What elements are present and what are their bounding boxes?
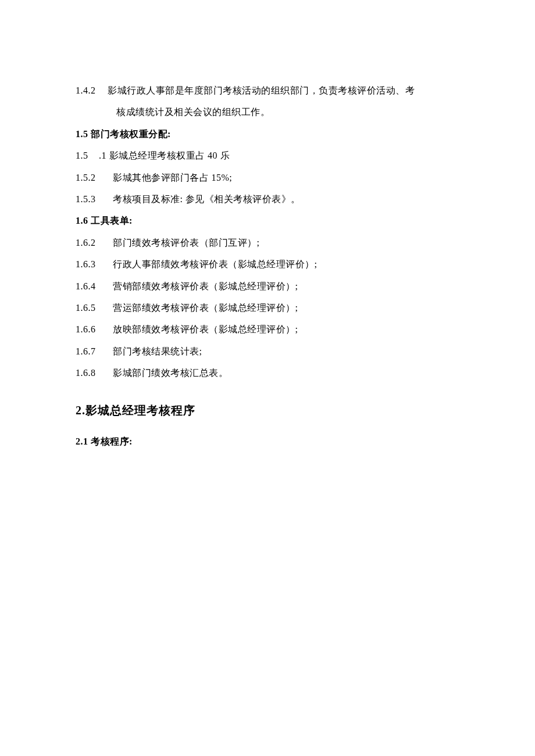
item-1-6-2: 1.6.2 部门绩效考核评价表（部门互评）;: [76, 237, 459, 249]
item-1-6-3: 1.6.3 行政人事部绩效考核评价表（影城总经理评价）;: [76, 258, 459, 271]
heading-text: 2.1 考核程序:: [76, 436, 133, 446]
heading-2: 2.影城总经理考核程序: [76, 403, 459, 418]
item-1-5-1: 1.5.1 影城总经理考核权重占 40 乐: [76, 149, 459, 162]
item-text: 行政人事部绩效考核评价表（影城总经理评价）;: [113, 259, 317, 269]
item-number: 1.6.6: [76, 323, 108, 336]
heading-2-1: 2.1 考核程序:: [76, 436, 459, 448]
item-text: 考核项目及标准: 参见《相关考核评价表》。: [113, 194, 301, 204]
heading-text: 2.影城总经理考核程序: [76, 404, 195, 417]
item-1-4-2-line2: 核成绩统计及相关会议的组织工作。: [76, 106, 459, 119]
item-number: 1.6.2: [76, 237, 108, 249]
item-1-6-8: 1.6.8 影城部门绩效考核汇总表。: [76, 367, 459, 379]
item-number: 1.4.2: [76, 84, 108, 97]
item-1-6-7: 1.6.7 部门考核结果统计表;: [76, 345, 459, 358]
item-text: 部门绩效考核评价表（部门互评）;: [113, 238, 259, 248]
item-1-6-4: 1.6.4 营销部绩效考核评价表（影城总经理评价）;: [76, 280, 459, 293]
item-text: 影城行政人事部是年度部门考核活动的组织部门，负责考核评价活动、考: [108, 85, 415, 95]
heading-text: 1.6 工具表单:: [76, 216, 133, 225]
item-text: .1 影城总经理考核权重占 40 乐: [99, 151, 230, 160]
item-text: 影城其他参评部门各占 15%;: [113, 173, 232, 182]
item-text: 放映部绩效考核评价表（影城总经理评价）;: [113, 324, 298, 334]
item-1-6-6: 1.6.6 放映部绩效考核评价表（影城总经理评价）;: [76, 323, 459, 336]
item-number: 1.6.8: [76, 367, 108, 379]
item-number: 1.6.7: [76, 345, 108, 358]
item-number: 1.6.3: [76, 258, 108, 271]
heading-text: 1.5 部门考核权重分配:: [76, 129, 171, 139]
item-number: 1.5: [76, 149, 99, 162]
item-1-5-3: 1.5.3 考核项目及标准: 参见《相关考核评价表》。: [76, 193, 459, 206]
item-1-4-2-line1: 1.4.2影城行政人事部是年度部门考核活动的组织部门，负责考核评价活动、考: [76, 84, 459, 97]
item-number: 1.5.3: [76, 193, 108, 206]
item-text: 营销部绩效考核评价表（影城总经理评价）;: [113, 281, 298, 291]
item-text: 营运部绩效考核评价表（影城总经理评价）;: [113, 303, 298, 313]
item-text: 部门考核结果统计表;: [113, 346, 202, 356]
item-number: 1.5.2: [76, 171, 108, 184]
item-text: 影城部门绩效考核汇总表。: [113, 368, 228, 378]
item-text: 核成绩统计及相关会议的组织工作。: [116, 107, 270, 117]
heading-1-5: 1.5 部门考核权重分配:: [76, 128, 459, 141]
item-number: 1.6.5: [76, 302, 108, 314]
item-1-6-5: 1.6.5 营运部绩效考核评价表（影城总经理评价）;: [76, 302, 459, 314]
item-number: 1.6.4: [76, 280, 108, 293]
heading-1-6: 1.6 工具表单:: [76, 214, 459, 227]
item-1-5-2: 1.5.2 影城其他参评部门各占 15%;: [76, 171, 459, 184]
